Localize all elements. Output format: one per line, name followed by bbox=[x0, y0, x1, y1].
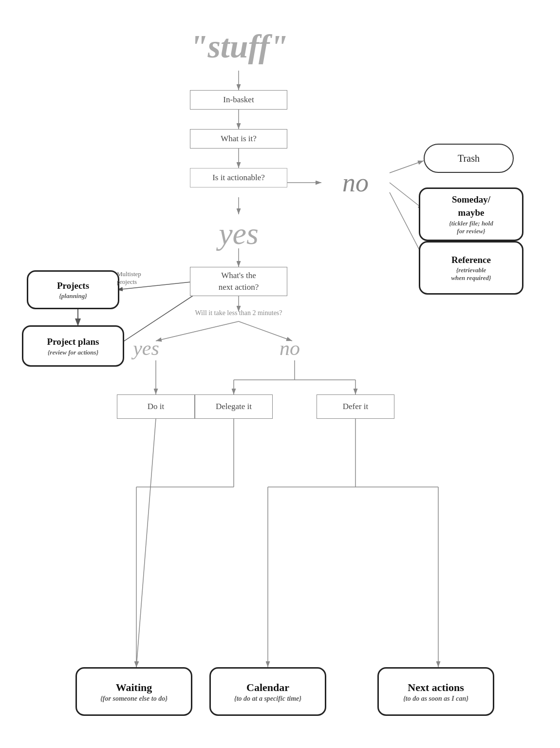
reference-node: Reference {retrievable when required} bbox=[419, 241, 523, 295]
next-action-node: What's the next action? bbox=[190, 267, 287, 296]
yes2-label: yes bbox=[117, 336, 175, 360]
someday-node: Someday/ maybe {tickler file; hold for r… bbox=[419, 187, 523, 241]
whatisit-node: What is it? bbox=[190, 129, 287, 149]
delegate-node: Delegate it bbox=[195, 394, 273, 419]
projects-node: Projects {planning} bbox=[27, 270, 119, 309]
defer-node: Defer it bbox=[317, 394, 394, 419]
stuff-label: "stuff" bbox=[156, 19, 321, 73]
multistep-label: Multistep projects bbox=[117, 270, 180, 286]
no-label: no bbox=[321, 168, 390, 197]
yes-label: yes bbox=[185, 214, 292, 253]
no2-label: no bbox=[265, 336, 314, 360]
svg-line-6 bbox=[390, 161, 424, 173]
inbasket-node: In-basket bbox=[190, 90, 287, 110]
svg-line-20 bbox=[136, 419, 156, 667]
waiting-node: Waiting {for someone else to do} bbox=[75, 667, 192, 716]
two-min-label: Will it take less than 2 minutes? bbox=[141, 306, 336, 320]
arrows-svg bbox=[0, 0, 560, 748]
actionable-node: Is it actionable? bbox=[190, 168, 287, 187]
next-actions-node: Next actions {to do as soon as I can} bbox=[377, 667, 494, 716]
trash-node: Trash bbox=[424, 144, 514, 173]
doit-node: Do it bbox=[117, 394, 195, 419]
project-plans-node: Project plans {review for actions} bbox=[22, 325, 124, 367]
calendar-node: Calendar {to do at a specific time} bbox=[209, 667, 326, 716]
flowchart-diagram: "stuff" In-basket What is it? Is it acti… bbox=[0, 0, 560, 748]
